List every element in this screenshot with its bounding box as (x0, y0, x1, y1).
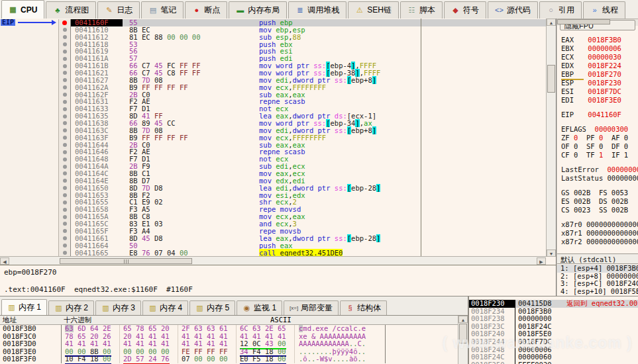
breakpoint-column[interactable] (58, 113, 71, 120)
disasm-gutter (0, 192, 58, 199)
breakpoint-column[interactable] (58, 228, 71, 235)
breakpoint-icon: ● (192, 6, 201, 15)
tab-日志[interactable]: ✎日志 (97, 1, 140, 19)
register-value: 0018F230 (584, 79, 621, 87)
scrollbar-thumb[interactable] (557, 19, 610, 24)
tab-CPU[interactable]: ▦CPU (1, 0, 44, 19)
tab-调用堆栈[interactable]: ≣调用堆栈 (288, 1, 346, 19)
tab-笔记[interactable]: ▤笔记 (141, 1, 184, 19)
register-row: EBP 0018F270 (561, 70, 638, 79)
scrollbar-thumb[interactable] (547, 65, 555, 93)
scrollbar-thumb[interactable] (459, 324, 467, 343)
breakpoint-column[interactable] (58, 134, 71, 142)
stack-row[interactable]: 0018F2440018F7DC (469, 338, 638, 346)
stack-row[interactable]: 0018F230004115D8返回到 eqnedt32.00 (469, 300, 638, 308)
breakpoint-column[interactable] (58, 199, 71, 206)
breakpoint-column[interactable] (58, 235, 71, 242)
disasm-row[interactable]: 00411665E8 76 07 04 00call eqnedt32.451D… (0, 250, 546, 257)
call-argument-row[interactable]: 1: [esp+4] 0018F3B0 (557, 265, 638, 273)
tab-局部变量[interactable]: [x=]局部变量 (284, 300, 339, 315)
scroll-left-button[interactable]: ◀ (0, 257, 9, 265)
breakpoint-column[interactable] (58, 41, 71, 48)
tab-结构体[interactable]: §结构体 (340, 300, 387, 315)
tab-内存 5[interactable]: ▥内存 5 (189, 300, 235, 315)
instruction-bytes: E8 76 07 04 00 (123, 250, 254, 257)
dump-address: 0018F3F0 (0, 355, 62, 363)
disassembly-vertical-scrollbar[interactable]: ▲ ▼ (546, 19, 556, 257)
breakpoint-column[interactable] (58, 120, 71, 127)
dump-row[interactable]: 0018F3F010 F4 18 002D 57 24 7607 00 00 0… (0, 355, 458, 363)
disassembly-horizontal-scrollbar[interactable]: ◀ ▶ (0, 256, 546, 265)
breakpoint-column[interactable] (58, 105, 71, 113)
breakpoint-column[interactable] (58, 77, 71, 84)
disassembly-pane[interactable]: EIP0041160F55push ebp004116108B ECmov eb… (0, 19, 557, 265)
memory-dump-pane[interactable]: 地址 十六进制 ASCII 0018F3B063 6D 64 2E65 78 6… (0, 315, 468, 364)
breakpoint-column[interactable] (58, 48, 71, 55)
row-dot (63, 165, 67, 169)
breakpoint-column[interactable] (58, 170, 71, 177)
tab-断点[interactable]: ●断点 (185, 1, 227, 19)
breakpoint-column[interactable] (58, 55, 71, 62)
breakpoint-column[interactable] (58, 26, 71, 34)
tab-内存 2[interactable]: ▥内存 2 (48, 300, 94, 315)
call-arguments-list[interactable]: 1: [esp+4] 0018F3B02: [esp+8] 000000003:… (557, 265, 638, 296)
breakpoint-column[interactable] (58, 142, 71, 149)
breakpoint-column[interactable] (58, 127, 71, 134)
memory-dump-icon: ▥ (148, 304, 157, 312)
breakpoint-column[interactable] (58, 220, 71, 228)
breakpoint-column[interactable] (58, 163, 71, 170)
stack-comment (563, 315, 638, 323)
scrollbar-thumb[interactable] (60, 258, 192, 264)
tab-引用[interactable]: ○引用 (539, 1, 582, 19)
tab-脚本[interactable]: ☷脚本 (400, 1, 443, 19)
tab-监视 1[interactable]: ◉监视 1 (237, 300, 282, 315)
breakpoint-column[interactable] (58, 250, 71, 257)
flags-row: ZF 0 PF 0 AF 0 (561, 134, 638, 142)
stack-rows[interactable]: 0018F230004115D8返回到 eqnedt32.000018F2340… (469, 300, 638, 364)
tab-源代码[interactable]: <>源代码 (488, 1, 538, 19)
stack-row[interactable]: 0018F250EFEF0020 (469, 361, 638, 364)
breakpoint-column[interactable] (58, 242, 71, 250)
tab-label: 笔记 (160, 5, 176, 16)
breakpoint-column[interactable] (58, 156, 71, 163)
flags-row: CF 0 TF 1 IF 1 (561, 151, 638, 159)
row-dot (63, 128, 67, 132)
breakpoint-column[interactable] (58, 69, 71, 77)
breakpoint-column[interactable] (58, 192, 71, 199)
tab-内存布局[interactable]: ▬内存布局 (229, 1, 287, 19)
registers-list[interactable]: EAX 0018F3B0EBX 00000006ECX 00000030EDX … (561, 36, 638, 246)
stack-pane[interactable]: 0018F230004115D8返回到 eqnedt32.000018F2340… (468, 296, 638, 364)
disasm-gutter (0, 77, 58, 84)
dump-vertical-scrollbar[interactable]: ▲ (458, 316, 468, 364)
dump-rows[interactable]: 0018F3B063 6D 64 2E65 78 65 202F 63 63 6… (0, 325, 458, 364)
tab-线程[interactable]: »线程 (583, 1, 625, 19)
tab-内存 3[interactable]: ▥内存 3 (95, 300, 141, 315)
tab-label: 内存 1 (19, 302, 41, 313)
tab-内存 4[interactable]: ▥内存 4 (142, 300, 188, 315)
breakpoint-column[interactable] (58, 98, 71, 105)
breakpoint-column[interactable] (58, 91, 71, 99)
registers-pane[interactable]: 隐藏FPU EAX 0018F3B0EBX 00000006ECX 000000… (556, 19, 638, 296)
breakpoint-column[interactable] (58, 206, 71, 213)
breakpoint-column[interactable] (58, 19, 71, 26)
stack-row[interactable]: 0018F24C00000060 (469, 353, 638, 361)
breakpoint-column[interactable] (58, 185, 71, 192)
calling-convention-selector[interactable]: 默认 (stdcall) (557, 253, 638, 264)
breakpoint-column[interactable] (58, 177, 71, 185)
scroll-right-button[interactable]: ▶ (537, 257, 546, 265)
scroll-up-button[interactable]: ▲ (547, 19, 556, 26)
row-dot (63, 171, 67, 175)
disassembly-rows[interactable]: EIP0041160F55push ebp004116108B ECmov eb… (0, 19, 546, 257)
tab-SEH链[interactable]: ⚠SEH链 (348, 1, 399, 19)
tab-流程图[interactable]: ♣流程图 (46, 1, 96, 19)
tab-内存 1[interactable]: ▥内存 1 (1, 299, 47, 315)
tab-符号[interactable]: ◆符号 (444, 1, 486, 19)
scroll-up-button[interactable]: ▲ (458, 316, 468, 323)
breakpoint-column[interactable] (58, 84, 71, 91)
breakpoint-column[interactable] (58, 34, 71, 41)
breakpoint-column[interactable] (58, 148, 71, 156)
scroll-down-button[interactable]: ▼ (547, 250, 556, 257)
breakpoint-column[interactable] (58, 213, 71, 220)
dump-address: 0018F3B0 (0, 325, 62, 333)
breakpoint-column[interactable] (58, 62, 71, 69)
